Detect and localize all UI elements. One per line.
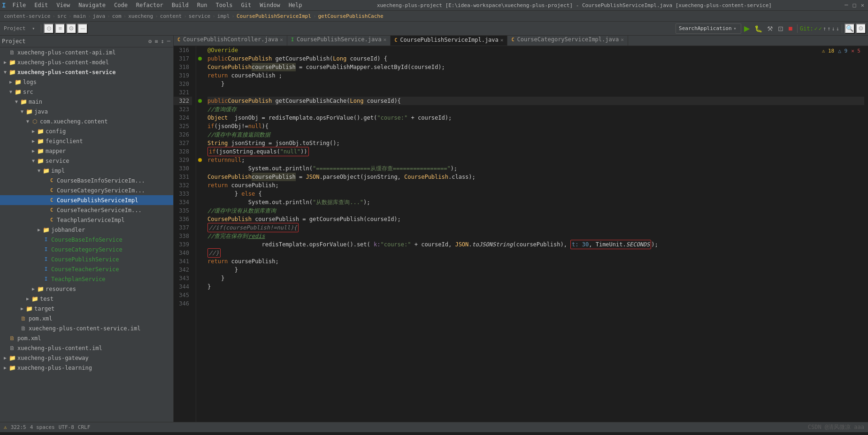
breadcrumb-src[interactable]: src bbox=[57, 13, 67, 19]
project-settings-icon[interactable]: ⚙ bbox=[147, 37, 153, 46]
tab-close-3[interactable]: ✕ bbox=[500, 37, 504, 43]
tree-item[interactable]: ▶ 📁 xuecheng-plus-learning bbox=[0, 363, 173, 373]
code-editor[interactable]: 3163173183193203213223233243253263273283… bbox=[174, 46, 868, 422]
tree-item[interactable]: 🗎 pom.xml bbox=[0, 313, 173, 323]
stop-btn[interactable]: ■ bbox=[786, 24, 795, 33]
breadcrumb-content-service[interactable]: content-service bbox=[4, 13, 50, 19]
breadcrumb-service[interactable]: service bbox=[189, 13, 210, 19]
tab-category[interactable]: C CourseCategoryServiceImpl.java ✕ bbox=[507, 36, 628, 46]
tree-item[interactable]: ▶ 📁 target bbox=[0, 304, 173, 313]
breadcrumb-com[interactable]: com bbox=[112, 13, 122, 19]
project-sort-icon[interactable]: ↕ bbox=[160, 37, 165, 46]
tree-item[interactable]: 🗎 xuecheng-plus-content-api.iml bbox=[0, 47, 173, 57]
tree-item[interactable]: C CourseBaseInfoServiceIm... bbox=[0, 176, 173, 185]
tree-item[interactable]: C CoursePublishServiceImpl bbox=[0, 195, 173, 205]
tree-type-icon: 🗎 bbox=[8, 335, 16, 342]
tree-item[interactable]: C TeachplanServiceImpl bbox=[0, 215, 173, 225]
breadcrumb-xuecheng[interactable]: xuecheng bbox=[128, 13, 153, 19]
tree-item[interactable]: I CourseTeacherService bbox=[0, 264, 173, 274]
tree-item-label: CourseTeacherService bbox=[51, 266, 119, 273]
tree-item[interactable]: ▼ 📁 xuecheng-plus-content-service bbox=[0, 67, 173, 77]
close-btn[interactable]: ✕ bbox=[859, 2, 866, 8]
breadcrumb-main[interactable]: main bbox=[73, 13, 86, 19]
breadcrumb-java[interactable]: java bbox=[93, 13, 106, 19]
tree-item[interactable]: I CoursePublishService bbox=[0, 254, 173, 264]
menu-run[interactable]: Run bbox=[193, 1, 211, 9]
breadcrumb: content-service › src › main › java › co… bbox=[0, 10, 868, 22]
project-align-icon[interactable]: ≡ bbox=[154, 37, 159, 46]
tree-item[interactable]: ▶ 📁 resources bbox=[0, 284, 173, 294]
tree-item[interactable]: C CourseCategoryServiceIm... bbox=[0, 185, 173, 195]
maximize-btn[interactable]: □ bbox=[851, 2, 858, 8]
run-btn[interactable]: ▶ bbox=[742, 24, 752, 33]
project-dropdown-btn[interactable]: ▾ bbox=[28, 23, 38, 34]
toolbar-btn-collapse[interactable]: ─ bbox=[77, 23, 88, 34]
tree-item[interactable]: I CourseCategoryService bbox=[0, 244, 173, 254]
minimize-btn[interactable]: ─ bbox=[843, 2, 850, 8]
tab-close-1[interactable]: ✕ bbox=[280, 37, 283, 43]
tree-item[interactable]: ▼ 📁 impl bbox=[0, 166, 173, 176]
tab-icon-3: C bbox=[394, 38, 397, 43]
tree-item-label: src bbox=[23, 89, 33, 95]
project-header: Project ⚙ ≡ ↕ ─ bbox=[0, 36, 173, 47]
tree-item[interactable]: C CourseTeacherServiceIm... bbox=[0, 205, 173, 215]
tree-item[interactable]: I TeachplanService bbox=[0, 274, 173, 284]
tree-item[interactable]: 🗎 pom.xml bbox=[0, 333, 173, 343]
gutter-mark bbox=[196, 147, 204, 156]
search-app-dropdown[interactable]: ▾ bbox=[734, 26, 737, 31]
tab-controller[interactable]: C CoursePublishController.java ✕ bbox=[174, 36, 287, 46]
tree-item-label: java bbox=[34, 108, 48, 115]
search-app-label: SearchApplication bbox=[679, 25, 732, 31]
tree-item[interactable]: ▶ 📁 mapper bbox=[0, 146, 173, 156]
menu-window[interactable]: Window bbox=[256, 1, 284, 9]
toolbar-btn-scope[interactable]: ⊙ bbox=[44, 23, 54, 34]
tree-item[interactable]: ▼ 📁 java bbox=[0, 107, 173, 116]
toolbar-btn-settings[interactable]: ⚙ bbox=[66, 23, 77, 34]
gutter-mark bbox=[196, 114, 204, 122]
debug-btn[interactable]: 🐛 bbox=[753, 25, 764, 32]
tree-item[interactable]: ▶ 📁 jobhandler bbox=[0, 225, 173, 235]
code-content[interactable]: @Override public CoursePublish getCourse… bbox=[204, 46, 868, 422]
profile-btn[interactable]: ⊡ bbox=[776, 25, 785, 32]
menu-file[interactable]: File bbox=[8, 1, 30, 9]
search-everywhere-btn[interactable]: 🔍 bbox=[845, 23, 855, 34]
tab-close-2[interactable]: ✕ bbox=[384, 37, 387, 43]
tree-item[interactable]: ▼ 📁 service bbox=[0, 156, 173, 166]
code-line: return null; bbox=[207, 156, 864, 164]
tab-service-impl[interactable]: C CoursePublishServiceImpl.java ✕ bbox=[391, 36, 507, 46]
toolbar-btn-sort[interactable]: ≡ bbox=[55, 23, 65, 34]
tree-item[interactable]: I CourseBaseInfoService bbox=[0, 235, 173, 244]
menu-help[interactable]: Help bbox=[285, 1, 306, 9]
tree-item[interactable]: ▶ 📁 feignclient bbox=[0, 136, 173, 146]
tab-service[interactable]: I CoursePublishService.java ✕ bbox=[287, 36, 391, 46]
menu-code[interactable]: Code bbox=[110, 1, 131, 9]
tree-item[interactable]: ▼ 📁 src bbox=[0, 87, 173, 97]
tree-item[interactable]: ▶ 📁 xuecheng-plus-gateway bbox=[0, 353, 173, 363]
menu-navigate[interactable]: Navigate bbox=[75, 1, 109, 9]
menu-refactor[interactable]: Refactor bbox=[132, 1, 167, 9]
menu-edit[interactable]: Edit bbox=[31, 1, 52, 9]
tree-item[interactable]: 🗎 xuecheng-plus-content.iml bbox=[0, 343, 173, 353]
tree-item[interactable]: ▼ 📁 main bbox=[0, 97, 173, 107]
tree-item[interactable]: ▶ 📁 logs bbox=[0, 77, 173, 87]
tree-item[interactable]: 🗎 xuecheng-plus-content-service.iml bbox=[0, 323, 173, 333]
project-close-icon[interactable]: ─ bbox=[166, 37, 171, 46]
breadcrumb-content[interactable]: content bbox=[160, 13, 182, 19]
breadcrumb-class[interactable]: CoursePublishServiceImpl bbox=[237, 13, 311, 19]
tree-item[interactable]: ▼ ⬡ com.xuecheng.content bbox=[0, 116, 173, 126]
menu-view[interactable]: View bbox=[53, 1, 74, 9]
settings-gear-btn[interactable]: ⚙ bbox=[856, 23, 866, 34]
breadcrumb-method[interactable]: getCoursePublishCache bbox=[318, 13, 384, 19]
tree-item[interactable]: ▶ 📁 test bbox=[0, 294, 173, 304]
menu-tools[interactable]: Tools bbox=[212, 1, 236, 9]
tree-item[interactable]: ▶ 📁 config bbox=[0, 126, 173, 136]
gutter-mark bbox=[196, 63, 204, 71]
menu-build[interactable]: Build bbox=[168, 1, 192, 9]
breadcrumb-impl[interactable]: impl bbox=[217, 13, 230, 19]
tree-item[interactable]: ▶ 📁 xuecheng-plus-content-model bbox=[0, 57, 173, 67]
build-btn[interactable]: ⚒ bbox=[765, 25, 775, 32]
code-line: } else { bbox=[207, 190, 864, 198]
menu-git[interactable]: Git bbox=[238, 1, 255, 9]
toolbar-sep-2 bbox=[797, 24, 798, 33]
tab-close-4[interactable]: ✕ bbox=[621, 37, 624, 43]
